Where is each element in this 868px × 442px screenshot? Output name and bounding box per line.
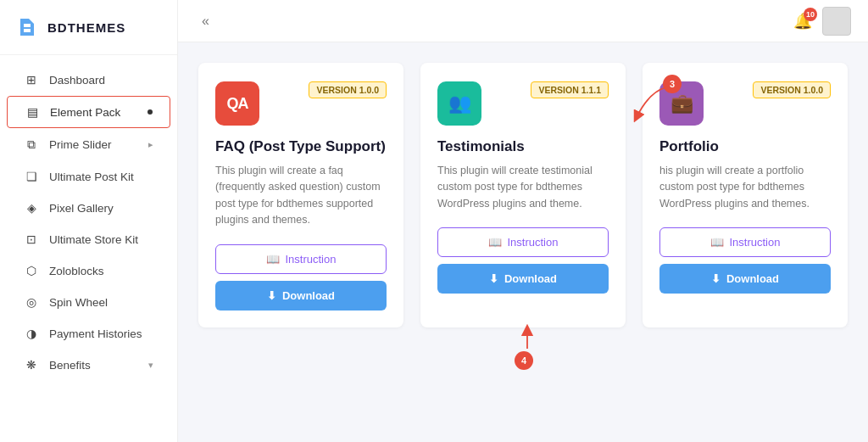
user-avatar[interactable] <box>822 7 851 36</box>
plugin-card-portfolio: 💼 VERSION 1.0.0 Portfolio his plugin wil… <box>643 63 848 327</box>
main-area: « 🔔 10 3 <box>178 0 868 442</box>
bdthemes-logo-icon <box>17 15 41 39</box>
download-label: Download <box>504 272 557 285</box>
sidebar-item-label: Dashboard <box>49 74 105 87</box>
dashboard-icon: ⊞ <box>24 73 39 87</box>
portfolio-download-button[interactable]: ⬇ Download <box>659 264 831 294</box>
book-icon: 📖 <box>488 236 502 249</box>
download-label: Download <box>726 272 779 285</box>
faq-version-badge: VERSION 1.0.0 <box>309 81 387 98</box>
plugin-card-testimonials: 👥 VERSION 1.1.1 Testimonials This plugin… <box>420 63 626 327</box>
download-label: Download <box>282 289 335 302</box>
sidebar-item-pixel-gallery[interactable]: ◈ Pixel Gallery <box>7 193 170 223</box>
download-icon: ⬇ <box>489 272 498 285</box>
sidebar-item-spin-wheel[interactable]: ◎ Spin Wheel <box>7 287 170 317</box>
sidebar-item-label: Pixel Gallery <box>49 202 114 215</box>
prime-slider-icon: ⧉ <box>24 137 39 152</box>
testimonials-plugin-icon: 👥 <box>437 81 481 126</box>
sidebar-item-label: Prime Slider <box>49 138 112 151</box>
element-pack-icon: ▤ <box>25 105 40 119</box>
portfolio-instruction-button[interactable]: 📖 Instruction <box>659 227 831 257</box>
ultimate-post-kit-icon: ❏ <box>24 170 39 183</box>
portfolio-card-description: his plugin will create a portfolio custo… <box>659 163 831 212</box>
sidebar-item-prime-slider[interactable]: ⧉ Prime Slider ▸ <box>7 129 170 160</box>
payment-histories-icon: ◑ <box>24 327 39 340</box>
card-header: 💼 VERSION 1.0.0 <box>659 81 831 126</box>
faq-card-description: This plugin will create a faq (frequentl… <box>215 163 387 229</box>
main-content: 3 QA VERSION 1.0.0 <box>178 42 868 442</box>
testimonials-download-button[interactable]: ⬇ Download <box>437 264 609 294</box>
benefits-icon: ❋ <box>24 358 39 372</box>
instruction-label: Instruction <box>730 236 781 249</box>
sidebar-item-label: Benefits <box>49 359 91 372</box>
ultimate-store-kit-icon: ⊡ <box>24 232 39 246</box>
book-icon: 📖 <box>710 236 724 249</box>
faq-plugin-icon: QA <box>215 81 259 126</box>
faq-download-button[interactable]: ⬇ Download <box>215 281 387 311</box>
brand-name: BDTHEMES <box>47 20 125 35</box>
plugin-card-faq: QA VERSION 1.0.0 FAQ (Post Type Support)… <box>198 63 403 327</box>
sidebar-item-label: Payment Histories <box>49 327 142 340</box>
book-icon: 📖 <box>266 253 280 266</box>
sidebar-item-label: Zoloblocks <box>49 265 104 277</box>
faq-card-title: FAQ (Post Type Support) <box>215 137 387 156</box>
benefits-expand-icon: ▾ <box>148 360 153 371</box>
sidebar-item-label: Spin Wheel <box>49 296 108 309</box>
card-header: 👥 VERSION 1.1.1 <box>437 81 609 126</box>
faq-instruction-button[interactable]: 📖 Instruction <box>215 244 387 274</box>
testimonials-card-title: Testimonials <box>437 137 609 156</box>
sidebar-item-label: Ultimate Store Kit <box>49 233 138 246</box>
expand-arrow-icon: ▸ <box>148 139 153 150</box>
testimonials-version-badge: VERSION 1.1.1 <box>531 81 609 98</box>
notification-bell-button[interactable]: 🔔 10 <box>793 12 812 31</box>
sidebar-item-zoloblocks[interactable]: ⬡ Zoloblocks <box>7 255 170 286</box>
download-icon: ⬇ <box>267 289 276 302</box>
portfolio-version-badge: VERSION 1.0.0 <box>753 81 831 98</box>
main-nav: ⊞ Dashboard ▤ Element Pack ⧉ Prime Slide… <box>0 55 177 442</box>
zoloblocks-icon: ⬡ <box>24 264 39 277</box>
sidebar-item-ultimate-post-kit[interactable]: ❏ Ultimate Post Kit <box>7 161 170 192</box>
sidebar-item-ultimate-store-kit[interactable]: ⊡ Ultimate Store Kit <box>7 224 170 255</box>
spin-wheel-icon: ◎ <box>24 295 39 309</box>
plugins-grid: QA VERSION 1.0.0 FAQ (Post Type Support)… <box>198 63 848 327</box>
sidebar-item-label: Element Pack <box>50 106 120 119</box>
instruction-label: Instruction <box>286 253 337 266</box>
card-header: QA VERSION 1.0.0 <box>215 81 387 126</box>
sidebar: BDTHEMES ⊞ Dashboard ▤ Element Pack ⧉ Pr… <box>0 0 178 442</box>
notification-badge: 10 <box>804 8 817 21</box>
portfolio-plugin-icon: 💼 <box>659 81 704 126</box>
collapse-sidebar-button[interactable]: « <box>195 10 216 32</box>
pixel-gallery-icon: ◈ <box>24 201 39 215</box>
topbar-right: 🔔 10 <box>793 7 851 36</box>
sidebar-item-benefits[interactable]: ❋ Benefits ▾ <box>7 350 170 380</box>
portfolio-card-title: Portfolio <box>659 137 831 156</box>
topbar: « 🔔 10 <box>178 0 868 42</box>
sidebar-item-dashboard[interactable]: ⊞ Dashboard <box>7 64 170 95</box>
instruction-label: Instruction <box>508 236 559 249</box>
sidebar-item-element-pack[interactable]: ▤ Element Pack <box>7 96 170 128</box>
sidebar-item-label: Ultimate Post Kit <box>49 171 134 183</box>
annotation-4-circle: 4 <box>515 351 533 370</box>
testimonials-instruction-button[interactable]: 📖 Instruction <box>437 227 609 257</box>
download-icon: ⬇ <box>711 272 721 285</box>
annotation-4-container: 4 <box>493 323 553 370</box>
sidebar-item-payment-histories[interactable]: ◑ Payment Histories <box>7 318 170 349</box>
annotation-4-arrow <box>510 323 544 353</box>
active-dot <box>147 109 153 115</box>
brand-logo: BDTHEMES <box>0 0 177 55</box>
testimonials-card-description: This plugin will create testimonial cust… <box>437 163 609 212</box>
